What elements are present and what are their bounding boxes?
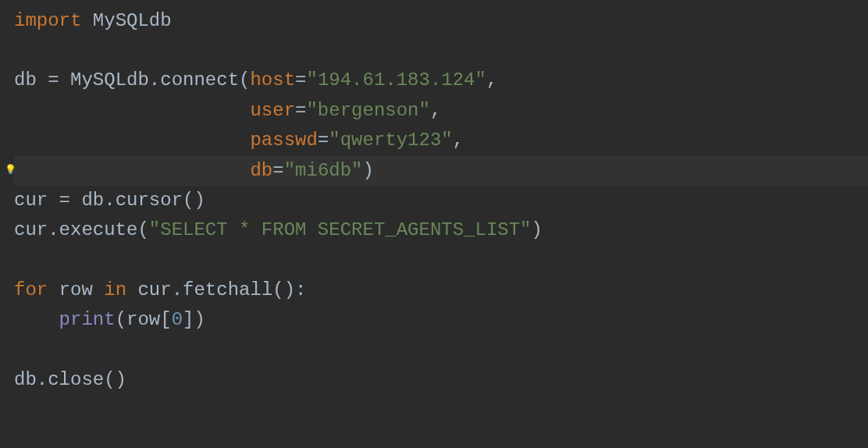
indent <box>14 305 59 335</box>
param-db: db <box>250 156 272 186</box>
keyword-import: import <box>14 6 81 36</box>
code-line[interactable]: print(row[0]) <box>14 305 868 335</box>
code-line-empty[interactable] <box>14 246 868 276</box>
comma: , <box>453 126 464 155</box>
open-bracket: (row[ <box>116 305 172 335</box>
code-line[interactable]: cur.execute("SELECT * FROM SECRET_AGENTS… <box>14 215 868 245</box>
number-literal: 0 <box>172 305 183 335</box>
indent <box>14 126 250 155</box>
keyword-for: for <box>14 276 48 305</box>
code-line[interactable]: passwd="qwerty123", <box>14 126 868 155</box>
function-call: MySQLdb.connect( <box>70 66 250 95</box>
indent <box>14 96 250 126</box>
equals: = <box>59 186 82 215</box>
lightbulb-icon[interactable]: 💡 <box>5 163 16 178</box>
function-call: db.cursor() <box>81 186 205 215</box>
code-editor[interactable]: import MySQLdb db = MySQLdb.connect(host… <box>0 0 868 401</box>
string-literal: "SELECT * FROM SECRET_AGENTS_LIST" <box>149 215 532 245</box>
code-line-empty[interactable] <box>14 36 868 66</box>
param-user: user <box>250 96 295 126</box>
close-paren: ) <box>532 215 542 245</box>
variable: db <box>14 66 48 95</box>
equals: = <box>295 66 306 95</box>
code-line[interactable]: for row in cur.fetchall(): <box>14 276 868 305</box>
string-literal: "194.61.183.124" <box>306 66 486 95</box>
code-line-highlighted[interactable]: 💡 db="mi6db") <box>14 156 868 186</box>
loop-var: row <box>48 276 104 305</box>
string-literal: "mi6db" <box>284 156 363 186</box>
code-line[interactable]: db = MySQLdb.connect(host="194.61.183.12… <box>14 66 868 95</box>
equals: = <box>272 156 283 186</box>
param-passwd: passwd <box>250 126 317 155</box>
string-literal: "bergenson" <box>306 96 429 126</box>
code-line[interactable]: cur = db.cursor() <box>14 186 868 215</box>
string-literal: "qwerty123" <box>329 126 452 155</box>
variable: cur <box>14 186 59 215</box>
equals: = <box>48 66 70 95</box>
equals: = <box>318 126 329 155</box>
function-call: cur.execute( <box>14 215 149 245</box>
code-line[interactable]: import MySQLdb <box>14 6 868 36</box>
indent <box>14 156 250 186</box>
comma: , <box>486 66 497 95</box>
code-line[interactable]: user="bergenson", <box>14 96 868 126</box>
equals: = <box>295 96 306 126</box>
function-call: cur.fetchall(): <box>126 276 306 305</box>
close-bracket: ]) <box>183 305 205 335</box>
code-line-empty[interactable] <box>14 336 868 365</box>
comma: , <box>430 96 441 126</box>
close-paren: ) <box>363 156 374 186</box>
param-host: host <box>250 66 295 95</box>
module-name: MySQLdb <box>81 6 171 36</box>
function-call: db.close() <box>14 365 126 395</box>
keyword-in: in <box>104 276 126 305</box>
builtin-print: print <box>59 305 116 335</box>
code-line[interactable]: db.close() <box>14 365 868 395</box>
